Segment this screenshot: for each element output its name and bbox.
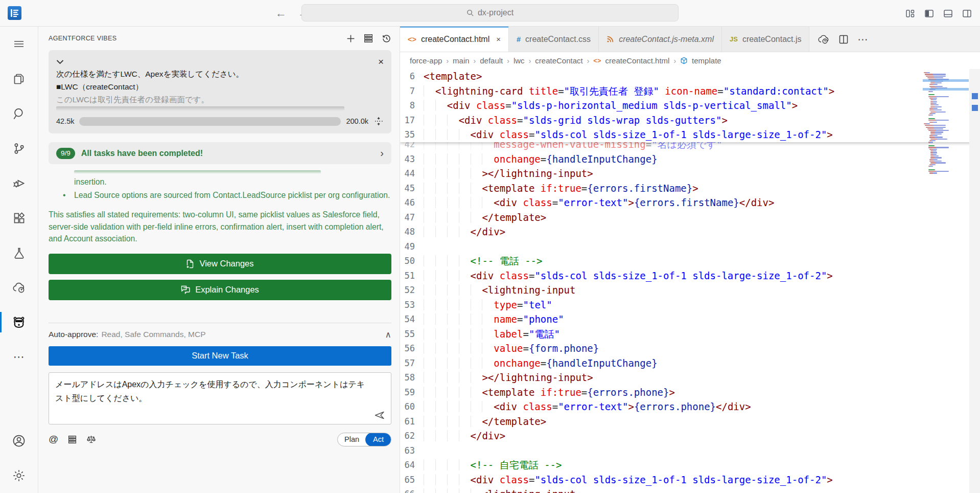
start-new-task-button[interactable]: Start New Task (49, 346, 391, 366)
line-number: 58 (400, 370, 424, 385)
task-list-icon[interactable] (364, 34, 373, 43)
line-number: 51 (400, 268, 424, 283)
line-number: 47 (400, 210, 424, 225)
editor-scrollbar[interactable] (969, 69, 980, 493)
minimap-line (930, 139, 947, 140)
toggle-panel-icon[interactable] (943, 9, 953, 18)
breadcrumb-item-createContact[interactable]: createContact (535, 56, 582, 65)
breadcrumb-item-main[interactable]: main (453, 56, 470, 65)
send-icon[interactable] (374, 410, 385, 420)
customize-layout-icon[interactable] (905, 9, 915, 18)
agentforce-vibes-panel: AGENTFORCE VIBES × 次の仕様を満たすLWC、Apexを実装して… (38, 27, 400, 493)
minimap-line (928, 147, 949, 148)
chat-input[interactable]: メールアドレスはApexの入力チェックを使用するので、入力コンポーネントはテキス… (55, 377, 371, 417)
cloud-help-icon[interactable] (0, 270, 38, 305)
tasks-status-bar[interactable]: 9/9 All tasks have been completed! › (49, 142, 391, 164)
app-logo-icon (8, 6, 21, 20)
symbol-cube-icon (680, 57, 688, 64)
minimap-line (930, 103, 937, 104)
rules-scale-icon[interactable] (86, 435, 96, 444)
run-debug-icon[interactable] (0, 166, 38, 200)
code-line-57: 57 onchange={handleInputChange} (400, 356, 980, 371)
line-number: 62 (400, 429, 424, 443)
tasks-status-message: All tasks have been completed! (81, 149, 203, 158)
code-line-51: 51 <div class="slds-col slds-size_1-of-1… (400, 268, 980, 283)
explorer-icon[interactable] (0, 61, 38, 96)
line-number: 55 (400, 327, 424, 342)
tab-createContact.html[interactable]: <>createContact.html× (400, 27, 509, 52)
cloud-sync-icon[interactable] (818, 34, 830, 45)
code-body: 42 message-when-value-missing="名は必須です"43… (400, 142, 980, 493)
mention-icon[interactable]: @ (49, 434, 58, 445)
code-editor[interactable]: 6<template>7 <lightning-card title="取引先責… (400, 69, 980, 493)
minimap-line (929, 122, 937, 123)
search-view-icon[interactable] (0, 96, 38, 131)
scrollbar-decoration (972, 105, 978, 111)
breadcrumb-item-force-app[interactable]: force-app (410, 56, 442, 65)
tokens-used: 42.5k (56, 117, 74, 125)
minimap-line (929, 98, 937, 99)
mode-plan-button[interactable]: Plan (338, 435, 366, 443)
tab-createContact.js[interactable]: JScreateContact.js (722, 27, 810, 52)
compress-context-icon[interactable] (374, 116, 384, 126)
context-window-progress: 42.5k 200.0k (56, 116, 384, 126)
close-task-icon[interactable]: × (378, 56, 384, 68)
line-number: 63 (400, 443, 424, 458)
agentforce-vibes-icon[interactable] (0, 305, 38, 340)
extensions-icon[interactable] (0, 200, 38, 235)
breadcrumb-symbol[interactable]: template (692, 56, 721, 65)
line-number: 57 (400, 356, 424, 371)
more-views-icon[interactable]: ⋯ (0, 340, 38, 374)
line-number: 50 (400, 254, 424, 268)
settings-gear-icon[interactable] (0, 458, 38, 493)
collapse-task-icon[interactable] (56, 59, 64, 64)
line-number: 49 (400, 239, 424, 254)
context-items-icon[interactable] (68, 435, 77, 444)
source-control-icon[interactable] (0, 131, 38, 166)
line-number: 52 (400, 283, 424, 298)
new-task-icon[interactable] (346, 34, 355, 43)
response-bullet-tail: insertion. (74, 176, 391, 188)
breadcrumb-item-default[interactable]: default (480, 56, 503, 65)
close-tab-icon[interactable]: × (496, 35, 501, 43)
minimap-line (929, 84, 938, 85)
minimap-line (929, 164, 936, 165)
breadcrumb-item-lwc[interactable]: lwc (514, 56, 525, 65)
account-icon[interactable] (0, 423, 38, 458)
minimap-line (930, 82, 941, 83)
breadcrumb-file[interactable]: createContact.html (605, 56, 670, 65)
tab-createContact.js-meta.xml[interactable]: createContact.js-meta.xml (599, 27, 722, 52)
tokens-total: 200.0k (346, 117, 368, 125)
explain-changes-button[interactable]: Explain Changes (49, 280, 391, 300)
line-number: 48 (400, 225, 424, 239)
response-bullet: Lead Source options are sourced from Con… (74, 189, 390, 201)
minimap-line (929, 161, 942, 162)
expand-tasks-icon[interactable]: › (380, 147, 384, 159)
history-icon[interactable] (382, 34, 391, 43)
line-number: 60 (400, 399, 424, 414)
view-changes-button[interactable]: View Changes (49, 254, 391, 274)
menu-icon[interactable] (0, 27, 38, 61)
minimap-line (928, 171, 949, 172)
toggle-secondary-sidebar-icon[interactable] (962, 9, 972, 18)
tab-createContact.css[interactable]: #createContact.css (509, 27, 599, 52)
command-center-search[interactable]: dx-project (301, 4, 679, 21)
minimap-line (930, 155, 939, 156)
go-back-icon[interactable]: ← (275, 7, 287, 20)
split-editor-icon[interactable] (838, 34, 849, 44)
toggle-primary-sidebar-icon[interactable] (924, 9, 934, 18)
tab-label: createContact.js (742, 35, 802, 44)
minimap-line (924, 72, 930, 73)
tasks-count-badge: 9/9 (56, 148, 75, 159)
minimap[interactable] (924, 71, 968, 174)
editor-more-actions-icon[interactable]: ⋯ (857, 33, 868, 46)
code-line-44: 44 ></lightning-input> (400, 166, 980, 181)
testing-icon[interactable] (0, 235, 38, 270)
minimap-line (930, 157, 941, 158)
collapse-auto-approve-icon[interactable]: ∧ (385, 329, 391, 340)
vscode-window: ← → dx-project ⋯ (0, 0, 980, 493)
mode-act-button[interactable]: Act (365, 433, 391, 446)
minimap-line (929, 137, 943, 138)
auto-approve-row[interactable]: Auto-approve: Read, Safe Commands, MCP ∧ (49, 323, 391, 346)
minimap-line (930, 152, 937, 153)
